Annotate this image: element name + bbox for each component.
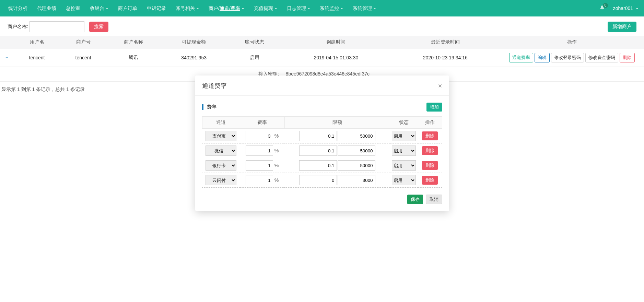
caret-down-icon [307, 8, 310, 9]
nav-item-5[interactable]: 申诉记录 [142, 0, 171, 16]
cell-username: tencent [14, 49, 60, 67]
table-header-1: 商户号 [60, 36, 106, 49]
user-menu[interactable]: zohar001 [611, 5, 641, 11]
cell-created: 2019-04-15 01:03:30 [281, 49, 390, 67]
search-button[interactable]: 搜索 [89, 22, 108, 32]
nav-item-2[interactable]: 总控室 [61, 0, 85, 16]
caret-down-icon [373, 8, 376, 9]
nav-item-6[interactable]: 账号相关 [171, 0, 204, 16]
nav-item-9[interactable]: 日志管理 [282, 0, 315, 16]
modal-title: 通道费率 [202, 82, 438, 90]
rate-modal: 通道费率 × 费率 增加 通道 费率 限额 状态 操作 支付宝%启用删除微信%启… [195, 76, 449, 97]
table-header-5: 创建时间 [281, 36, 390, 49]
login-pwd-button[interactable]: 修改登录密码 [551, 53, 584, 62]
caret-down-icon [242, 8, 244, 9]
table-header-6: 最近登录时间 [391, 36, 500, 49]
delete-button[interactable]: 删除 [620, 53, 635, 62]
caret-down-icon [340, 8, 343, 9]
nav-item-4[interactable]: 商户订单 [113, 0, 142, 16]
merchant-name-label: 商户名称: [8, 24, 28, 30]
table-header-3: 可提现金额 [160, 36, 227, 49]
table-header-0: 用户名 [14, 36, 60, 49]
nav-item-0[interactable]: 统计分析 [3, 0, 32, 16]
table-header-7: 操作 [500, 36, 644, 49]
nav-item-8[interactable]: 充值提现 [249, 0, 282, 16]
nav-item-3[interactable]: 收银台 [85, 0, 113, 16]
rate-button[interactable]: 通道费率 [509, 53, 533, 62]
caret-down-icon [636, 8, 639, 9]
user-name: zohar001 [613, 5, 633, 11]
cell-merchant-no: tencent [60, 49, 106, 67]
nav-item-11[interactable]: 系统管理 [348, 0, 381, 16]
edit-button[interactable]: 编辑 [535, 53, 550, 62]
cell-last-login: 2020-10-23 19:34:16 [391, 49, 500, 67]
table-row: − tencent tencent 腾讯 340291.953 启用 2019-… [0, 49, 644, 67]
cell-balance: 340291.953 [160, 49, 227, 67]
merchant-table: 用户名商户号商户名称可提现金额账号状态创建时间最近登录时间操作 − tencen… [0, 36, 644, 82]
search-toolbar: 商户名称: 搜索 新增商户 [0, 16, 644, 36]
caret-down-icon [106, 8, 108, 9]
top-navbar: 统计分析代理业绩总控室收银台商户订单申诉记录账号相关商户/通道/费率充值提现日志… [0, 0, 644, 16]
table-header-4: 账号状态 [227, 36, 281, 49]
nav-item-10[interactable]: 系统监控 [315, 0, 348, 16]
cell-merchant-name: 腾讯 [106, 49, 160, 67]
caret-down-icon [196, 8, 199, 9]
nav-item-1[interactable]: 代理业绩 [32, 0, 61, 16]
notification-badge: 0 [603, 3, 608, 8]
expand-toggle-icon[interactable]: − [5, 55, 8, 60]
cell-status: 启用 [227, 49, 281, 67]
table-header-2: 商户名称 [106, 36, 160, 49]
fund-pwd-button[interactable]: 修改资金密码 [585, 53, 618, 62]
merchant-name-input[interactable] [30, 21, 84, 32]
row-actions: 通道费率 编辑 修改登录密码 修改资金密码 删除 [503, 53, 641, 62]
close-icon[interactable]: × [438, 82, 442, 89]
bell-icon[interactable]: 0 [599, 5, 605, 12]
add-merchant-button[interactable]: 新增商户 [608, 22, 636, 32]
nav-item-7[interactable]: 商户/通道/费率 [204, 0, 249, 16]
caret-down-icon [274, 8, 277, 9]
